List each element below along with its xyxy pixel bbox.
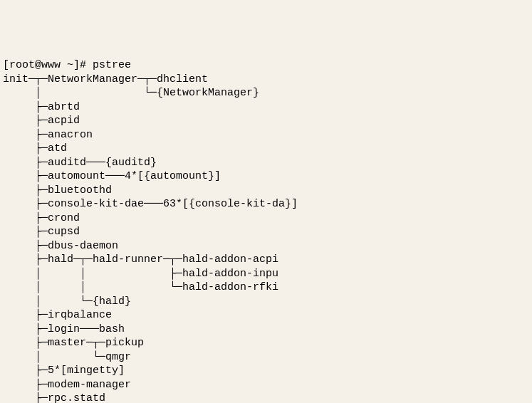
pstree-line: │ │ └─hald-addon-rfki — [3, 281, 278, 293]
pstree-line: ├─auditd───{auditd} — [3, 157, 157, 169]
shell-prompt: [root@www ~]# — [3, 59, 93, 71]
pstree-line: ├─bluetoothd — [3, 184, 112, 197]
pstree-line: ├─5*[mingetty] — [3, 365, 125, 377]
pstree-line: ├─acpid — [3, 115, 80, 127]
command-text: pstree — [93, 59, 131, 71]
pstree-line: ├─rpc.statd — [3, 392, 105, 403]
pstree-line: ├─hald─┬─hald-runner─┬─hald-addon-acpi — [3, 253, 278, 266]
pstree-line: ├─modem-manager — [3, 379, 131, 391]
pstree-line: ├─login───bash — [3, 323, 125, 335]
pstree-line: │ │ ├─hald-addon-inpu — [3, 268, 278, 280]
pstree-line: ├─atd — [3, 142, 67, 155]
pstree-line: ├─console-kit-dae───63*[{console-kit-da}… — [3, 198, 298, 210]
pstree-line: ├─master─┬─pickup — [3, 337, 144, 349]
pstree-line: ├─dbus-daemon — [3, 240, 118, 252]
pstree-line: ├─anacron — [3, 129, 93, 141]
pstree-line: ├─automount───4*[{automount}] — [3, 170, 221, 182]
pstree-line: ├─irqbalance — [3, 309, 112, 321]
pstree-line: ├─abrtd — [3, 101, 80, 113]
pstree-line: │ └─{NetworkManager} — [3, 87, 259, 99]
pstree-line: ├─cupsd — [3, 226, 80, 238]
terminal-output: [root@www ~]# pstree init─┬─NetworkManag… — [3, 58, 532, 403]
pstree-line: init─┬─NetworkManager─┬─dhclient — [3, 73, 208, 85]
pstree-line: │ └─{hald} — [3, 295, 131, 308]
pstree-line: │ └─qmgr — [3, 351, 131, 363]
pstree-line: ├─crond — [3, 212, 80, 224]
